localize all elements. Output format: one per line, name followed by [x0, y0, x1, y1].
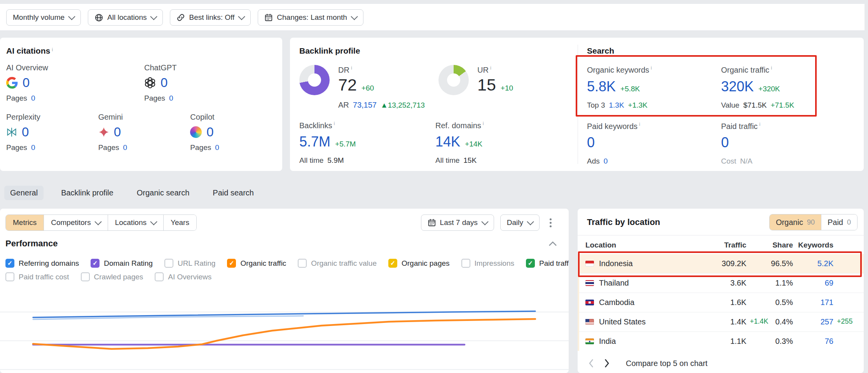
- ur-block: UR 15 +10: [438, 65, 513, 110]
- info-icon[interactable]: [50, 48, 53, 55]
- metric-checkbox-organic-pages[interactable]: Organic pages: [388, 259, 450, 268]
- metric-checkboxes: Referring domains Domain Rating URL Rati…: [0, 249, 569, 281]
- pages-count-link[interactable]: 0: [31, 94, 35, 103]
- date-range-dropdown[interactable]: Last 7 days: [421, 214, 494, 231]
- column-keywords[interactable]: Keywords: [793, 241, 833, 249]
- pages-count-link[interactable]: 0: [215, 143, 219, 152]
- table-row-thailand[interactable]: Thailand 3.6K 1.1% 69: [579, 274, 864, 293]
- tab-paid-search[interactable]: Paid search: [207, 186, 260, 200]
- view-segmented-control: Metrics Competitors Locations Years: [5, 214, 197, 231]
- ar-rank-link[interactable]: 73,157: [353, 101, 377, 110]
- pages-count-link[interactable]: 0: [31, 143, 35, 152]
- openai-icon: [144, 77, 156, 89]
- collapse-chevron-up-icon[interactable]: [548, 241, 557, 246]
- paid-traffic-link[interactable]: 0: [721, 134, 729, 151]
- locations-dropdown[interactable]: All locations: [88, 9, 163, 26]
- metric-checkbox-domain-rating[interactable]: Domain Rating: [91, 259, 153, 268]
- info-icon[interactable]: [349, 66, 352, 74]
- metric-checkbox-paid-traffic-cost[interactable]: Paid traffic cost: [5, 272, 69, 281]
- column-share[interactable]: Share: [746, 241, 793, 249]
- toggle-organic[interactable]: Organic 90: [770, 214, 821, 230]
- metric-checkbox-ai-overviews[interactable]: AI Overviews: [155, 272, 211, 281]
- dr-block: DR 72 +60 AR 73,157 ▲13,252,713: [299, 65, 438, 110]
- ads-link[interactable]: 0: [604, 157, 608, 166]
- segment-years[interactable]: Years: [163, 215, 196, 230]
- column-traffic[interactable]: Traffic: [657, 241, 746, 249]
- monthly-volume-dropdown[interactable]: Monthly volume: [6, 9, 81, 26]
- chatgpt-count-link[interactable]: 0: [161, 75, 168, 90]
- checkbox-icon: [526, 259, 535, 268]
- best-links-dropdown[interactable]: Best links: Off: [170, 9, 251, 26]
- compare-top5-button[interactable]: Compare top 5 on chart: [626, 359, 707, 368]
- table-row-indonesia[interactable]: Indonesia 309.2K 96.5% 5.2K: [579, 254, 864, 274]
- toggle-paid[interactable]: Paid 0: [821, 214, 857, 230]
- chevron-down-icon: [351, 13, 358, 20]
- ur-donut: [438, 65, 469, 95]
- dr-donut: [299, 65, 330, 95]
- organic-keywords-link[interactable]: 5.8K: [587, 78, 616, 95]
- checkbox-icon: [5, 272, 14, 281]
- tab-organic-search[interactable]: Organic search: [131, 186, 196, 200]
- ref-domains-stat: Ref. domains 14K +14K All time15K: [435, 120, 571, 165]
- keywords-link[interactable]: 69: [825, 279, 833, 287]
- info-icon[interactable]: [637, 122, 640, 130]
- performance-chart[interactable]: [0, 299, 569, 373]
- organic-keywords-stat: Organic keywords 5.8K +5.8K Top 3 1.3K +…: [587, 65, 721, 110]
- traffic-by-location-title: Traffic by location: [587, 217, 660, 227]
- metric-checkbox-crawled-pages[interactable]: Crawled pages: [81, 272, 143, 281]
- info-icon[interactable]: [489, 66, 491, 74]
- metric-checkbox-impressions[interactable]: Impressions: [461, 259, 514, 268]
- chevron-down-icon: [150, 218, 157, 225]
- gemini-count-link[interactable]: 0: [114, 125, 121, 139]
- more-options-kebab-icon[interactable]: [546, 216, 555, 230]
- organic-traffic-stat: Organic traffic 320K +320K Value $71.5K …: [721, 65, 855, 110]
- perplexity-count-link[interactable]: 0: [22, 125, 29, 139]
- metric-checkbox-referring-domains[interactable]: Referring domains: [5, 259, 79, 268]
- chevron-down-icon: [527, 218, 534, 225]
- tab-backlink-profile[interactable]: Backlink profile: [55, 186, 119, 200]
- metric-checkbox-paid-traffic[interactable]: Paid traffic: [526, 259, 569, 268]
- paid-keywords-link[interactable]: 0: [587, 134, 595, 151]
- info-icon[interactable]: [769, 66, 772, 74]
- segment-competitors[interactable]: Competitors: [44, 215, 107, 230]
- backlink-search-panel: Backlink profile DR 72 +60 AR 73,157 ▲13…: [290, 38, 864, 171]
- granularity-dropdown[interactable]: Daily: [500, 214, 540, 231]
- location-table: Indonesia 309.2K 96.5% 5.2K Thailand 3.6…: [578, 254, 864, 351]
- info-icon[interactable]: [332, 121, 335, 129]
- chevron-down-icon: [68, 13, 75, 20]
- info-icon[interactable]: [649, 66, 652, 74]
- keywords-link[interactable]: 257: [821, 317, 833, 326]
- pages-count-link[interactable]: 0: [169, 94, 173, 103]
- copilot-count-link[interactable]: 0: [206, 125, 213, 139]
- keywords-link[interactable]: 171: [821, 298, 833, 307]
- checkbox-icon: [5, 259, 14, 268]
- info-icon[interactable]: [481, 121, 484, 129]
- calendar-icon: [428, 218, 436, 227]
- chevron-down-icon: [238, 13, 245, 20]
- column-location[interactable]: Location: [585, 241, 657, 249]
- changes-dropdown[interactable]: Changes: Last month: [258, 9, 363, 26]
- segment-locations[interactable]: Locations: [108, 215, 163, 230]
- ai-overview-count-link[interactable]: 0: [23, 75, 30, 90]
- paid-traffic-stat: Paid traffic 0 Cost N/A: [721, 121, 855, 166]
- metric-checkbox-url-rating[interactable]: URL Rating: [164, 259, 216, 268]
- organic-traffic-link[interactable]: 320K: [721, 78, 754, 95]
- pages-count-link[interactable]: 0: [123, 143, 127, 152]
- table-row-cambodia[interactable]: Cambodia 1.6K 0.5% 171: [579, 293, 864, 312]
- ref-domains-link[interactable]: 14K: [435, 134, 460, 150]
- backlinks-link[interactable]: 5.7M: [299, 134, 330, 150]
- tab-general[interactable]: General: [4, 186, 44, 200]
- metric-checkbox-organic-traffic-value[interactable]: Organic traffic value: [298, 259, 377, 268]
- segment-metrics[interactable]: Metrics: [6, 215, 44, 230]
- traffic-by-location-panel: Traffic by location Organic 90 Paid 0 Lo…: [578, 209, 864, 373]
- pager-next-icon[interactable]: [604, 359, 610, 368]
- table-row-india[interactable]: India 1.1K 0.3% 76: [579, 332, 864, 351]
- keywords-link[interactable]: 5.2K: [817, 259, 833, 268]
- info-icon[interactable]: [758, 122, 760, 130]
- keywords-link[interactable]: 76: [825, 337, 833, 345]
- table-row-united-states[interactable]: United States 1.4K+1.4K 0.4% 257+255: [579, 312, 864, 332]
- metric-checkbox-organic-traffic[interactable]: Organic traffic: [227, 259, 286, 268]
- pager-prev-icon[interactable]: [589, 359, 594, 368]
- top3-link[interactable]: 1.3K: [609, 101, 624, 110]
- divider: [578, 45, 578, 164]
